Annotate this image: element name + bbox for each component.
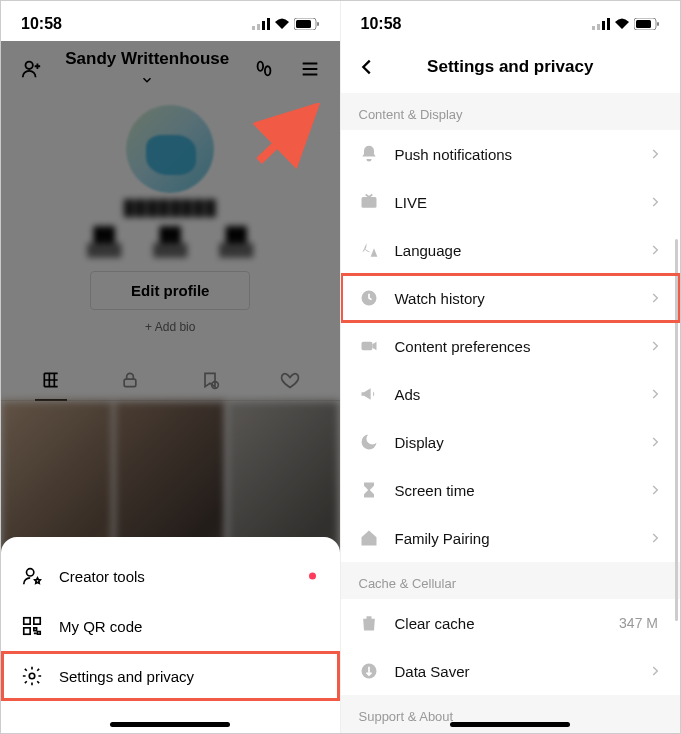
settings-row-content-preferences[interactable]: Content preferences [341, 322, 681, 370]
settings-row-watch-history[interactable]: Watch history [341, 274, 681, 322]
svg-rect-0 [252, 26, 255, 30]
notification-dot-icon [309, 573, 316, 580]
svg-rect-27 [361, 342, 372, 350]
settings-row-push-notifications[interactable]: Push notifications [341, 130, 681, 178]
page-title: Settings and privacy [387, 57, 635, 77]
wifi-icon [274, 18, 290, 30]
svg-rect-24 [657, 22, 659, 26]
settings-row-family-pairing[interactable]: Family Pairing [341, 514, 681, 562]
signal-icon [592, 18, 610, 30]
sheet-item-creator-tools[interactable]: Creator tools [1, 551, 340, 601]
chevron-left-icon [356, 56, 378, 78]
chevron-right-icon [648, 291, 662, 305]
sheet-item-label: Creator tools [59, 568, 145, 585]
home-indicator [450, 722, 570, 727]
menu-bottom-sheet: Creator tools My QR code Settings and pr… [1, 537, 340, 733]
battery-icon [294, 18, 320, 30]
sheet-item-label: Settings and privacy [59, 668, 194, 685]
svg-rect-15 [34, 618, 40, 624]
data-saver-icon [359, 661, 379, 681]
trash-icon [359, 613, 379, 633]
chevron-right-icon [648, 435, 662, 449]
chevron-right-icon [648, 531, 662, 545]
status-bar: 10:58 [1, 1, 340, 41]
hourglass-icon [359, 480, 379, 500]
video-icon [359, 336, 379, 356]
svg-point-13 [27, 569, 34, 576]
megaphone-icon [359, 384, 379, 404]
chevron-right-icon [648, 243, 662, 257]
svg-rect-5 [296, 20, 311, 28]
settings-row-screen-time[interactable]: Screen time [341, 466, 681, 514]
language-icon [359, 240, 379, 260]
chevron-right-icon [648, 387, 662, 401]
svg-rect-2 [262, 21, 265, 30]
settings-row-language[interactable]: Language [341, 226, 681, 274]
status-time: 10:58 [361, 15, 402, 33]
cache-size: 347 M [619, 615, 658, 631]
gear-icon [21, 665, 43, 687]
qr-code-icon [21, 615, 43, 637]
svg-rect-14 [24, 618, 30, 624]
bell-icon [359, 144, 379, 164]
live-icon [359, 192, 379, 212]
home-icon [359, 528, 379, 548]
battery-icon [634, 18, 660, 30]
svg-point-17 [29, 673, 35, 679]
sheet-item-settings-privacy[interactable]: Settings and privacy [1, 651, 340, 701]
section-header: Content & Display [341, 93, 681, 130]
settings-row-clear-cache[interactable]: Clear cache 347 M [341, 599, 681, 647]
svg-rect-1 [257, 24, 260, 30]
section-header: Cache & Cellular [341, 562, 681, 599]
status-time: 10:58 [21, 15, 62, 33]
status-icons [252, 18, 320, 30]
chevron-right-icon [648, 339, 662, 353]
svg-rect-16 [24, 628, 30, 634]
settings-row-live[interactable]: LIVE [341, 178, 681, 226]
svg-rect-20 [602, 21, 605, 30]
chevron-right-icon [648, 483, 662, 497]
svg-rect-19 [597, 24, 600, 30]
settings-row-ads[interactable]: Ads [341, 370, 681, 418]
back-button[interactable] [347, 51, 387, 83]
sheet-item-qr-code[interactable]: My QR code [1, 601, 340, 651]
status-icons [592, 18, 660, 30]
moon-icon [359, 432, 379, 452]
sheet-item-label: My QR code [59, 618, 142, 635]
signal-icon [252, 18, 270, 30]
svg-rect-3 [267, 18, 270, 30]
settings-row-data-saver[interactable]: Data Saver [341, 647, 681, 695]
svg-rect-18 [592, 26, 595, 30]
home-indicator [110, 722, 230, 727]
settings-row-display[interactable]: Display [341, 418, 681, 466]
chevron-right-icon [648, 664, 662, 678]
svg-rect-23 [636, 20, 651, 28]
status-bar: 10:58 [341, 1, 681, 41]
svg-rect-6 [317, 22, 319, 26]
clock-icon [359, 288, 379, 308]
wifi-icon [614, 18, 630, 30]
chevron-right-icon [648, 195, 662, 209]
svg-rect-25 [361, 197, 376, 208]
chevron-right-icon [648, 147, 662, 161]
person-star-icon [21, 565, 43, 587]
svg-rect-21 [607, 18, 610, 30]
